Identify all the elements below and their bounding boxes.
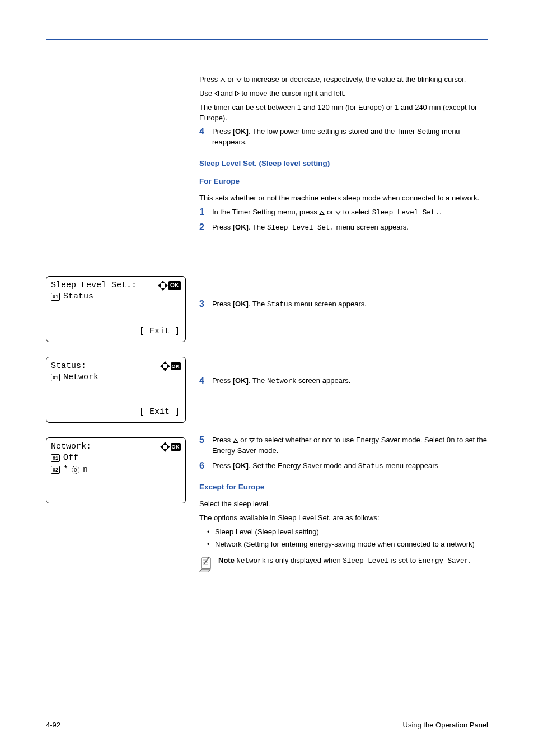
- step-3: 3 Press [OK]. The Status menu screen app…: [199, 299, 488, 310]
- europe-intro: This sets whether or not the machine ent…: [199, 193, 488, 204]
- down-icon: [249, 438, 255, 443]
- cursor-icon: O: [72, 466, 79, 474]
- intro-p1: Press or to increase or decrease, respec…: [199, 74, 488, 85]
- lcd1-exit[interactable]: [ Exit ]: [139, 326, 180, 337]
- left-icon: [214, 91, 219, 96]
- up-icon: [220, 78, 226, 82]
- step-number: 6: [199, 461, 204, 472]
- lcd3-badge1: 01: [51, 454, 60, 462]
- nav-ok-icon: OK: [161, 362, 181, 371]
- lcd-sleep-level: Sleep Level Set.: OK 01 Status [ Exit ]: [46, 276, 186, 342]
- right-column: Press or to increase or decrease, respec…: [199, 74, 488, 572]
- lcd-status: Status: OK 01 Network [ Exit ]: [46, 357, 186, 423]
- lcd2-badge: 01: [51, 374, 60, 381]
- step-number: 1: [199, 207, 204, 218]
- footer: 4-92 Using the Operation Panel: [46, 716, 488, 729]
- lcd2-item: Network: [63, 372, 99, 383]
- lcd1-title: Sleep Level Set.:: [51, 280, 137, 291]
- except-p2: The options available in Sleep Level Set…: [199, 513, 488, 524]
- up-icon: [319, 211, 325, 215]
- step-number: 4: [199, 127, 204, 148]
- lcd3-badge2: 02: [51, 466, 60, 474]
- header-rule: [46, 39, 488, 40]
- step-2: 2 Press [OK]. The Sleep Level Set. menu …: [199, 222, 488, 233]
- up-icon: [233, 438, 238, 443]
- step-number: 2: [199, 222, 204, 233]
- step-6: 6 Press [OK]. Set the Energy Saver mode …: [199, 461, 488, 472]
- note-icon: [199, 556, 214, 572]
- lcd3-item1: Off: [63, 452, 78, 464]
- footer-title: Using the Operation Panel: [403, 721, 488, 729]
- right-icon: [235, 91, 240, 96]
- left-column: Sleep Level Set.: OK 01 Status [ Exit ] …: [46, 74, 186, 572]
- down-icon: [236, 78, 242, 82]
- options-list: Sleep Level (Sleep level setting) Networ…: [199, 527, 488, 550]
- lcd1-badge: 01: [51, 293, 60, 301]
- step-number: 4: [199, 376, 204, 386]
- intro-p3: The timer can be set between 1 and 120 m…: [199, 102, 488, 124]
- note-label: Note: [218, 556, 235, 564]
- step-1: 1 In the Timer Setting menu, press or to…: [199, 207, 488, 218]
- list-item: Sleep Level (Sleep level setting): [207, 527, 488, 538]
- step-4-top: 4 Press [OK]. The low power time setting…: [199, 127, 488, 148]
- nav-ok-icon: OK: [158, 281, 181, 290]
- heading-sleep-level: Sleep Level Set. (Sleep level setting): [199, 158, 488, 169]
- lcd3-item2: n: [83, 464, 88, 475]
- page-number: 4-92: [46, 721, 60, 729]
- step-5: 5 Press or to select whether or not to u…: [199, 435, 488, 456]
- down-icon: [335, 211, 341, 215]
- note: Note Network is only displayed when Slee…: [199, 556, 488, 572]
- list-item: Network (Setting for entering energy-sav…: [207, 539, 488, 550]
- step-4: 4 Press [OK]. The Network screen appears…: [199, 376, 488, 386]
- lcd2-title: Status:: [51, 361, 86, 372]
- step-number: 5: [199, 435, 204, 456]
- nav-ok-icon: OK: [161, 442, 181, 451]
- intro-p2: Use and to move the cursor right and lef…: [199, 88, 488, 99]
- lcd3-title: Network:: [51, 441, 91, 452]
- except-p1: Select the sleep level.: [199, 499, 488, 510]
- lcd2-exit[interactable]: [ Exit ]: [139, 407, 180, 418]
- lcd1-item: Status: [63, 291, 93, 302]
- heading-for-europe: For Europe: [199, 176, 488, 187]
- svg-rect-0: [202, 558, 210, 569]
- lcd-network: Network: OK 01 Off 02 * On: [46, 437, 186, 503]
- heading-except-europe: Except for Europe: [199, 482, 488, 493]
- step-number: 3: [199, 299, 204, 310]
